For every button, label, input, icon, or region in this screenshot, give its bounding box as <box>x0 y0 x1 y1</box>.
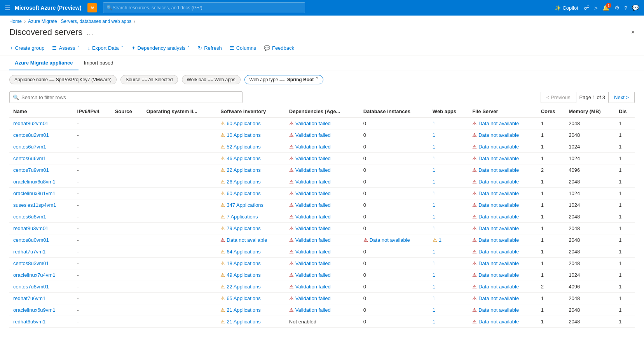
notifications-icon[interactable]: 🔔 1 <box>602 4 610 11</box>
fs-link[interactable]: Data not available <box>478 167 519 173</box>
dependency-analysis-button[interactable]: ✦ Dependency analysis ˅ <box>131 44 191 52</box>
server-name-link[interactable]: redhat8u3vm01 <box>13 225 48 231</box>
dep-link[interactable]: Validation failed <box>295 214 331 220</box>
fs-link[interactable]: Data not available <box>478 307 519 313</box>
fs-link[interactable]: Data not available <box>478 260 519 266</box>
webapps-link[interactable]: 1 <box>433 190 435 196</box>
portal-icon[interactable]: ☍ <box>584 4 590 11</box>
close-icon[interactable]: × <box>631 29 635 36</box>
server-name-link[interactable]: oraclelinux6u8vm1 <box>13 179 55 185</box>
server-name-link[interactable]: oraclelinux8u1vm1 <box>13 190 55 196</box>
page-more-button[interactable]: … <box>86 28 93 37</box>
server-name-link[interactable]: centos6u8vm1 <box>13 214 46 220</box>
sw-link[interactable]: 10 Applications <box>227 132 260 138</box>
webapps-link[interactable]: 1 <box>439 237 442 243</box>
webapps-link[interactable]: 1 <box>433 144 435 150</box>
db-link[interactable]: Data not available <box>370 237 410 243</box>
webapps-link[interactable]: 1 <box>433 132 435 138</box>
sw-link[interactable]: 60 Applications <box>227 190 260 196</box>
dep-link[interactable]: Validation failed <box>295 155 331 161</box>
webapps-link[interactable]: 1 <box>433 260 435 266</box>
webapps-link[interactable]: 1 <box>433 167 435 173</box>
webapps-link[interactable]: 1 <box>433 307 435 313</box>
webapps-link[interactable]: 1 <box>433 284 435 290</box>
webapps-link[interactable]: 1 <box>433 319 435 325</box>
fs-link[interactable]: Data not available <box>478 295 519 301</box>
server-name-link[interactable]: centos8u2vm01 <box>13 132 49 138</box>
feedback-icon[interactable]: 💬 <box>632 4 639 11</box>
sw-link[interactable]: 7 Applications <box>227 214 258 220</box>
sw-link[interactable]: 347 Applications <box>227 202 264 208</box>
dep-link[interactable]: Validation failed <box>295 167 331 173</box>
breadcrumb-home[interactable]: Home <box>9 19 22 24</box>
sw-link[interactable]: 21 Applications <box>227 307 260 313</box>
server-name-link[interactable]: centos8u3vm01 <box>13 260 49 266</box>
sw-link[interactable]: 21 Applications <box>227 319 260 325</box>
dep-link[interactable]: Validation failed <box>295 225 331 231</box>
server-name-link[interactable]: susesles11sp4vm1 <box>13 202 56 208</box>
fs-link[interactable]: Data not available <box>478 214 519 220</box>
dep-link[interactable]: Validation failed <box>295 237 331 243</box>
webapps-link[interactable]: 1 <box>433 225 435 231</box>
refresh-button[interactable]: ↻ Refresh <box>197 44 223 52</box>
sw-link[interactable]: 65 Applications <box>227 295 260 301</box>
server-name-link[interactable]: centos8u0vm01 <box>13 237 49 243</box>
sw-link[interactable]: 22 Applications <box>227 284 260 290</box>
copilot-button[interactable]: ✨ Copilot <box>554 3 579 12</box>
next-button[interactable]: Next > <box>608 92 635 103</box>
server-name-link[interactable]: redhat7u6vm1 <box>13 295 45 301</box>
server-name-link[interactable]: oraclelinux6u9vm1 <box>13 307 55 313</box>
dep-link[interactable]: Validation failed <box>295 260 331 266</box>
search-box[interactable]: 🔍 <box>9 91 243 103</box>
sw-link[interactable]: 79 Applications <box>227 225 260 231</box>
server-name-link[interactable]: centos6u6vm1 <box>13 155 46 161</box>
sw-link[interactable]: 52 Applications <box>227 144 260 150</box>
dep-link[interactable]: Validation failed <box>295 272 331 278</box>
webapps-link[interactable]: 1 <box>433 295 435 301</box>
tab-import-based[interactable]: Import based <box>79 56 119 70</box>
webapps-link[interactable]: 1 <box>433 155 435 161</box>
webapps-link[interactable]: 1 <box>433 214 435 220</box>
fs-link[interactable]: Data not available <box>478 237 519 243</box>
fs-link[interactable]: Data not available <box>478 120 519 126</box>
fs-link[interactable]: Data not available <box>478 190 519 196</box>
feedback-button[interactable]: 💬 Feedback <box>263 44 295 52</box>
filter-web-app-type[interactable]: Web app type == Spring Boot ˅ <box>244 75 324 84</box>
sw-link[interactable]: 46 Applications <box>227 155 260 161</box>
settings-icon[interactable]: ⚙ <box>614 4 620 11</box>
sw-link[interactable]: 18 Applications <box>227 260 260 266</box>
sw-link[interactable]: 22 Applications <box>227 167 260 173</box>
webapps-link[interactable]: 1 <box>433 120 435 126</box>
sw-link[interactable]: 60 Applications <box>227 120 260 126</box>
dep-link[interactable]: Validation failed <box>295 179 331 185</box>
search-input[interactable] <box>21 94 239 100</box>
dep-link[interactable]: Validation failed <box>295 144 331 150</box>
global-search-box[interactable]: 🔍 Search resources, services, and docs (… <box>103 2 305 13</box>
server-name-link[interactable]: oraclelinux7u4vm1 <box>13 272 55 278</box>
server-name-link[interactable]: redhat8u2vm01 <box>13 120 48 126</box>
dep-link[interactable]: Validation failed <box>295 284 331 290</box>
server-name-link[interactable]: centos7u9vm01 <box>13 167 49 173</box>
dep-link[interactable]: Validation failed <box>295 249 331 255</box>
fs-link[interactable]: Data not available <box>478 249 519 255</box>
fs-link[interactable]: Data not available <box>478 155 519 161</box>
breadcrumb-migrate[interactable]: Azure Migrate | Servers, databases and w… <box>28 19 131 24</box>
dep-link[interactable]: Validation failed <box>295 202 331 208</box>
webapps-link[interactable]: 1 <box>433 179 435 185</box>
sw-link[interactable]: Data not available <box>227 237 267 243</box>
dep-link[interactable]: Validation failed <box>295 132 331 138</box>
server-name-link[interactable]: redhat6u5vm1 <box>13 319 45 325</box>
webapps-link[interactable]: 1 <box>433 202 435 208</box>
export-data-button[interactable]: ↓ Export Data ˅ <box>87 44 124 52</box>
previous-button[interactable]: < Previous <box>541 92 576 103</box>
help-icon[interactable]: ? <box>624 5 627 11</box>
dep-link[interactable]: Validation failed <box>295 190 331 196</box>
cloud-shell-icon[interactable]: > <box>594 5 598 11</box>
sw-link[interactable]: 64 Applications <box>227 249 260 255</box>
server-name-link[interactable]: centos7u8vm01 <box>13 284 49 290</box>
fs-link[interactable]: Data not available <box>478 132 519 138</box>
dep-link[interactable]: Validation failed <box>295 120 331 126</box>
fs-link[interactable]: Data not available <box>478 225 519 231</box>
create-group-button[interactable]: + Create group <box>9 44 45 52</box>
columns-button[interactable]: ☰ Columns <box>229 44 257 52</box>
